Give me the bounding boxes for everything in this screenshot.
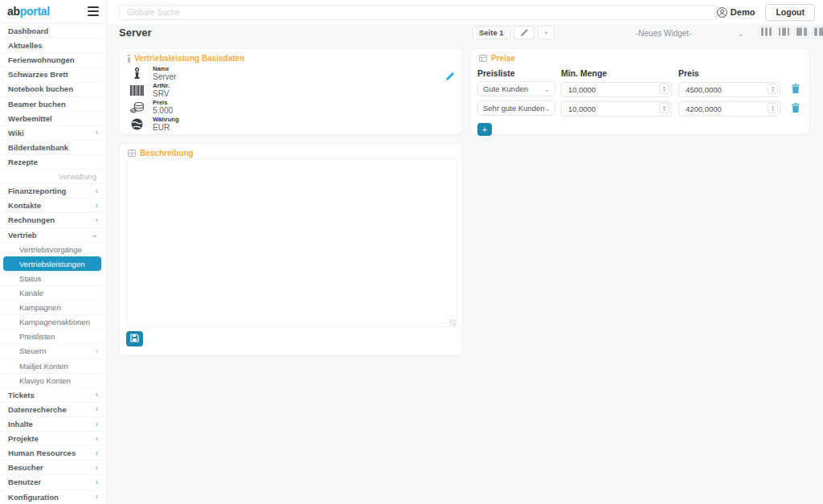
number-stepper[interactable]: ▲▼ — [659, 84, 669, 94]
min-menge-input[interactable] — [561, 101, 672, 117]
sidebar-item-beamer-buchen[interactable]: Beamer buchen — [0, 96, 106, 111]
chevron-left-icon: ‹ — [96, 464, 98, 472]
chevron-left-icon: ‹ — [96, 478, 98, 486]
save-button[interactable] — [126, 331, 143, 346]
field-label: Preis — [153, 100, 173, 106]
chevron-left-icon: ‹ — [96, 449, 98, 457]
sidebar-item-rechnungen[interactable]: Rechnungen‹ — [0, 212, 106, 227]
edit-page-button[interactable] — [514, 26, 534, 39]
sidebar-item-besucher[interactable]: Besucher‹ — [0, 460, 106, 474]
basisdaten-card-title: Vertriebsleistung Basisdaten — [134, 54, 244, 63]
sidebar-item-label: Kampagnenaktionen — [19, 318, 90, 326]
sidebar-item-label: Kampagnen — [19, 303, 61, 312]
preisliste-select[interactable]: Sehr gute Kunden⌄ — [477, 100, 555, 116]
sidebar-item-label: Vertriebsleistungen — [19, 260, 85, 268]
sidebar-item-datenrecherche[interactable]: Datenrecherche‹ — [0, 402, 106, 416]
sidebar-nav: DashboardAktuellesFerienwohnungenSchwarz… — [0, 23, 106, 504]
preis-input[interactable] — [678, 101, 780, 117]
sidebar-item-vertrieb[interactable]: Vertrieb⌄ — [0, 227, 106, 242]
layout-three-columns-button[interactable] — [759, 26, 773, 39]
sidebar-item-rezepte[interactable]: Rezepte — [0, 154, 106, 169]
sidebar-item-finanzreporting[interactable]: Finanzreporting‹ — [0, 183, 106, 198]
number-stepper[interactable]: ▲▼ — [768, 103, 778, 113]
sidebar-item-label: Finanzreporting — [8, 186, 66, 195]
preise-column-headers: Preisliste Min. Menge Preis — [471, 68, 809, 78]
basisdaten-fields: NameServerArtNr.SRVPreis5.000WährungEUR — [120, 65, 462, 133]
beschreibung-card-title: Beschreibung — [140, 149, 194, 158]
sidebar-item-mailjet-konten[interactable]: Mailjet Konten — [0, 359, 106, 373]
trash-icon — [792, 82, 800, 96]
sidebar-item-kampagnen[interactable]: Kampagnen — [0, 300, 106, 314]
beschreibung-textarea[interactable] — [126, 158, 457, 327]
page-tabs-group: Seite 1 + — [473, 26, 555, 39]
sidebar-item-werbemittel[interactable]: Werbemittel — [0, 111, 106, 125]
delete-row-button[interactable] — [792, 101, 800, 116]
sidebar-item-kanäle[interactable]: Kanäle — [0, 285, 106, 300]
sidebar-item-label: Werbemittel — [8, 114, 52, 123]
sidebar-item-human-resources[interactable]: Human Resources‹ — [0, 445, 106, 460]
sidebar-item-label: Rezepte — [8, 158, 38, 166]
sidebar-item-preislisten[interactable]: Preislisten — [0, 329, 106, 343]
layout-wide-right-button[interactable] — [812, 26, 823, 39]
add-price-row-button[interactable]: + — [477, 123, 492, 136]
sidebar-item-notebook-buchen[interactable]: Notebook buchen — [0, 81, 106, 96]
new-widget-select[interactable]: -Neues Widget- ⌄ — [633, 27, 747, 40]
logo-text-accent: portal — [20, 5, 50, 18]
field-value: EUR — [153, 123, 179, 132]
sidebar-item-label: Benutzer — [8, 477, 41, 486]
logout-button[interactable]: Logout — [765, 4, 815, 21]
hamburger-menu-icon[interactable] — [88, 6, 99, 16]
sidebar-item-vertriebsvorgänge[interactable]: Vertriebsvorgänge — [0, 242, 106, 256]
chevron-down-icon: ⌄ — [92, 231, 98, 239]
sidebar-item-inhalte[interactable]: Inhalte‹ — [0, 416, 106, 431]
layout-narrow-wide-narrow-button[interactable] — [776, 26, 791, 39]
sidebar-item-status[interactable]: Status — [0, 271, 106, 285]
preisliste-select[interactable]: Gute Kunden⌄ — [477, 81, 555, 96]
sidebar-item-tickets[interactable]: Tickets‹ — [0, 387, 106, 402]
layout-wide-left-button[interactable] — [794, 26, 809, 39]
user-chip[interactable]: Demo — [717, 7, 755, 18]
chevron-left-icon: ‹ — [96, 435, 98, 443]
field-label: Währung — [153, 117, 179, 123]
preis-input[interactable] — [678, 82, 780, 97]
sidebar-header: abportal — [0, 0, 106, 23]
sidebar-item-dashboard[interactable]: Dashboard — [0, 23, 106, 38]
number-stepper[interactable]: ▲▼ — [768, 84, 778, 94]
min-menge-input[interactable] — [561, 82, 672, 97]
sidebar-item-klaviyo-konten[interactable]: Klaviyo Konten — [0, 373, 106, 387]
chevron-down-icon: ⌄ — [738, 29, 744, 38]
field-value: 5.000 — [153, 106, 173, 115]
add-page-button[interactable]: + — [538, 26, 555, 39]
layout-buttons-group: ↶ — [759, 26, 823, 39]
global-search-input[interactable] — [119, 5, 717, 20]
app-logo[interactable]: abportal — [7, 5, 50, 18]
field-value: Server — [153, 72, 176, 81]
sidebar-item-schwarzes-brett[interactable]: Schwarzes Brett — [0, 67, 106, 81]
page-tab-seite-1[interactable]: Seite 1 — [473, 26, 510, 39]
sidebar-item-wiki[interactable]: Wiki‹ — [0, 125, 106, 140]
sidebar-item-ferienwohnungen[interactable]: Ferienwohnungen — [0, 52, 106, 67]
number-stepper[interactable]: ▲▼ — [659, 103, 669, 113]
sidebar-item-label: Klaviyo Konten — [19, 376, 71, 385]
edit-basisdaten-pencil-icon[interactable] — [445, 70, 454, 84]
preise-card-title: Preise — [491, 54, 515, 63]
app: { "brand": { "name_dark": "ab", "name_ac… — [0, 0, 823, 504]
preisliste-select-value: Sehr gute Kunden — [483, 104, 545, 113]
field-label: ArtNr. — [153, 83, 170, 89]
sidebar-item-konfiguration[interactable]: Konfiguration‹ — [0, 490, 106, 504]
layout-wide-left-icon — [796, 27, 807, 39]
sidebar-item-benutzer[interactable]: Benutzer‹ — [0, 474, 106, 489]
sidebar-item-kampagnenaktionen[interactable]: Kampagnenaktionen — [0, 314, 106, 329]
sidebar-item-projekte[interactable]: Projekte‹ — [0, 431, 106, 445]
basisdaten-field-name: NameServer — [120, 65, 462, 82]
preise-card-header: Preise — [471, 49, 809, 65]
sidebar-item-aktuelles[interactable]: Aktuelles — [0, 38, 106, 52]
sidebar-item-bilderdatenbank[interactable]: Bilderdatenbank — [0, 140, 106, 154]
sidebar-item-kontakte[interactable]: Kontakte‹ — [0, 198, 106, 212]
delete-row-button[interactable] — [792, 82, 800, 96]
sidebar-item-steuern[interactable]: Steuern‹ — [0, 343, 106, 358]
page-title: Server — [119, 27, 151, 39]
sidebar-item-vertriebsleistungen[interactable]: Vertriebsleistungen — [3, 256, 101, 271]
sidebar-item-label: Vertriebsvorgänge — [19, 245, 82, 254]
resize-handle[interactable] — [449, 319, 456, 326]
